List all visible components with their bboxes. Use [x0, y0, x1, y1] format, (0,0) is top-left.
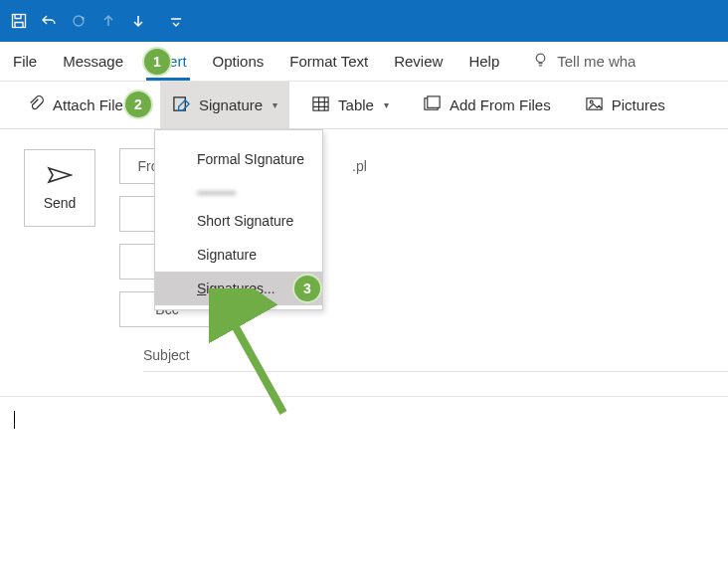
tab-review[interactable]: Review [381, 42, 455, 81]
signature-button[interactable]: Signature ▾ [160, 82, 289, 129]
files-icon [423, 94, 442, 116]
dropdown-item-short-signature[interactable]: Short Signature [155, 204, 322, 238]
add-from-files-button[interactable]: Add From Files [411, 82, 563, 129]
save-icon[interactable] [10, 13, 28, 29]
signature-label: Signature [199, 96, 263, 113]
quick-access-toolbar [0, 0, 728, 42]
attach-file-label: Attach File [53, 96, 123, 113]
tab-message[interactable]: Message [50, 42, 136, 81]
svg-rect-4 [313, 96, 328, 109]
tab-file[interactable]: File [0, 42, 50, 81]
tell-me-search[interactable]: Tell me wha [522, 42, 636, 81]
send-icon [47, 166, 73, 187]
svg-point-2 [536, 54, 545, 63]
pictures-label: Pictures [612, 96, 665, 113]
tab-help[interactable]: Help [455, 42, 512, 81]
pictures-button[interactable]: Pictures [573, 82, 677, 129]
text-cursor [14, 411, 15, 429]
arrow-up-icon [99, 13, 117, 29]
tab-options[interactable]: Options [200, 42, 277, 81]
step-badge-2: 2 [125, 92, 151, 117]
dropdown-item-formal-signature[interactable]: Formal SIgnature [155, 142, 322, 176]
pictures-icon [585, 94, 604, 116]
table-icon [311, 94, 330, 116]
arrow-down-icon[interactable] [129, 13, 147, 29]
send-label: Send [44, 195, 77, 211]
step-badge-1: 1 [144, 49, 170, 75]
signature-icon [172, 94, 191, 116]
customize-toolbar-icon[interactable] [167, 13, 185, 29]
chevron-down-icon: ▾ [384, 99, 389, 110]
subject-row: Subject [143, 338, 728, 372]
step-badge-3: 3 [294, 276, 320, 301]
tab-format-text[interactable]: Format Text [276, 42, 381, 81]
message-body[interactable] [0, 397, 728, 429]
insert-ribbon: Attach File ▾ Signature ▾ Table ▾ Add Fr… [0, 82, 728, 129]
table-button[interactable]: Table ▾ [299, 82, 401, 129]
undo-icon[interactable] [40, 13, 58, 29]
dropdown-item-redacted[interactable]: ▬▬▬ [155, 176, 322, 204]
chevron-down-icon: ▾ [273, 99, 277, 110]
redo-icon [70, 13, 88, 29]
paperclip-icon [26, 94, 45, 116]
add-from-files-label: Add From Files [450, 96, 551, 113]
svg-point-8 [590, 100, 593, 103]
dropdown-item-signature[interactable]: Signature [155, 238, 322, 272]
svg-rect-6 [428, 95, 440, 106]
table-label: Table [338, 96, 374, 113]
tell-me-label: Tell me wha [557, 53, 636, 70]
menu-bar: File Message Insert Options Format Text … [0, 42, 728, 82]
compose-pane: Send Fro .pl Bcc Subject [0, 129, 728, 372]
lightbulb-icon [532, 52, 549, 72]
subject-label: Subject [143, 347, 203, 363]
send-button[interactable]: Send [24, 149, 95, 227]
